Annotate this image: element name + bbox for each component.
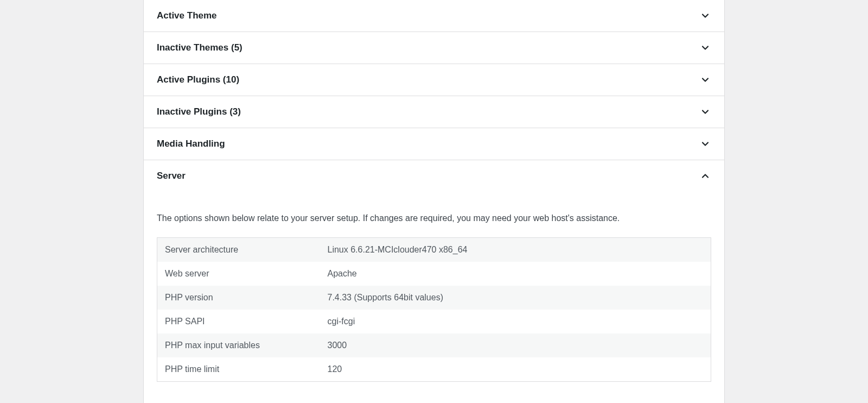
section-active-plugins-header[interactable]: Active Plugins (10) — [144, 64, 724, 96]
chevron-down-icon — [699, 138, 711, 150]
section-inactive-plugins-header[interactable]: Inactive Plugins (3) — [144, 96, 724, 128]
row-label: PHP max input variables — [157, 333, 320, 357]
section-active-plugins-title: Active Plugins (10) — [157, 74, 239, 85]
row-label: Web server — [157, 262, 320, 286]
section-active-theme-header[interactable]: Active Theme — [144, 0, 724, 32]
table-row: Web server Apache — [157, 262, 711, 286]
row-label: PHP version — [157, 286, 320, 310]
section-server-header[interactable]: Server — [144, 160, 724, 192]
server-info-table: Server architecture Linux 6.6.21-MCIclou… — [157, 237, 711, 382]
section-inactive-plugins: Inactive Plugins (3) — [144, 96, 724, 128]
table-row: PHP max input variables 3000 — [157, 333, 711, 357]
chevron-up-icon — [699, 170, 711, 182]
section-active-theme-title: Active Theme — [157, 10, 217, 21]
row-value: Apache — [320, 262, 711, 286]
row-value: 3000 — [320, 333, 711, 357]
table-row: PHP version 7.4.33 (Supports 64bit value… — [157, 286, 711, 310]
row-label: Server architecture — [157, 238, 320, 262]
chevron-down-icon — [699, 10, 711, 22]
section-active-plugins: Active Plugins (10) — [144, 64, 724, 96]
section-server: Server The options shown below relate to… — [144, 160, 724, 397]
row-value: cgi-fcgi — [320, 310, 711, 333]
page-background: Active Theme Inactive Themes (5) Active … — [0, 0, 868, 403]
section-server-title: Server — [157, 171, 186, 181]
table-row: PHP time limit 120 — [157, 357, 711, 382]
row-value: 120 — [320, 357, 711, 382]
table-row: Server architecture Linux 6.6.21-MCIclou… — [157, 238, 711, 262]
row-value: 7.4.33 (Supports 64bit values) — [320, 286, 711, 310]
section-server-body: The options shown below relate to your s… — [144, 192, 724, 397]
section-media-handling-header[interactable]: Media Handling — [144, 128, 724, 160]
table-row: PHP SAPI cgi-fcgi — [157, 310, 711, 333]
chevron-down-icon — [699, 74, 711, 86]
section-inactive-themes-title: Inactive Themes (5) — [157, 42, 242, 53]
section-inactive-plugins-title: Inactive Plugins (3) — [157, 106, 241, 117]
chevron-down-icon — [699, 106, 711, 118]
section-inactive-themes-header[interactable]: Inactive Themes (5) — [144, 32, 724, 64]
section-media-handling-title: Media Handling — [157, 138, 225, 149]
section-active-theme: Active Theme — [144, 0, 724, 32]
row-value: Linux 6.6.21-MCIclouder470 x86_64 — [320, 238, 711, 262]
server-description: The options shown below relate to your s… — [157, 212, 711, 224]
chevron-down-icon — [699, 42, 711, 54]
row-label: PHP time limit — [157, 357, 320, 382]
site-health-panel: Active Theme Inactive Themes (5) Active … — [143, 0, 725, 403]
row-label: PHP SAPI — [157, 310, 320, 333]
section-inactive-themes: Inactive Themes (5) — [144, 32, 724, 64]
section-media-handling: Media Handling — [144, 128, 724, 160]
